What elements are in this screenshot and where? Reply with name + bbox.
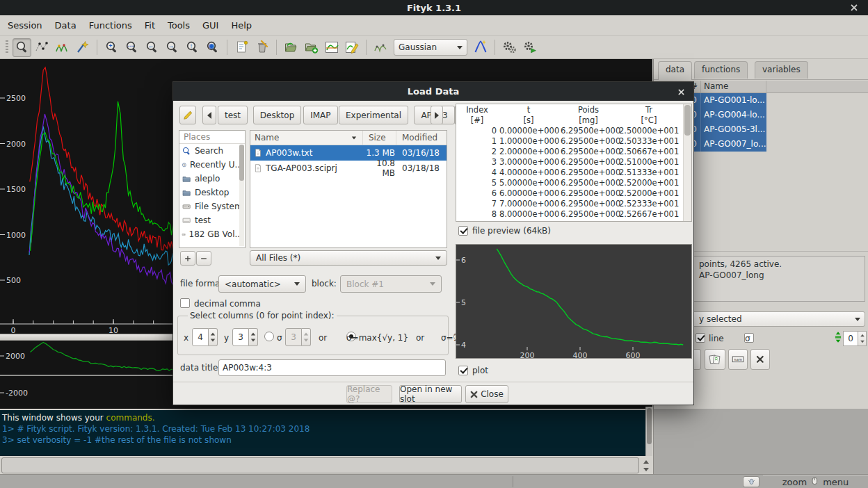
- zoom-next-button[interactable]: →: [163, 38, 182, 57]
- menu-item-session[interactable]: Session: [1, 17, 49, 33]
- path-button-test[interactable]: test: [218, 106, 248, 124]
- load-data-icon: [284, 40, 299, 55]
- remove-place-button[interactable]: [196, 251, 211, 266]
- line-checkbox[interactable]: [696, 333, 705, 343]
- spin-up-icon[interactable]: [211, 332, 215, 335]
- spin-down-icon[interactable]: [211, 339, 215, 342]
- place-file-system[interactable]: File System: [179, 200, 245, 213]
- statusbar-mouse-hints: zoom menu: [763, 475, 868, 488]
- command-input[interactable]: [1, 457, 639, 473]
- menu-item-help[interactable]: Help: [225, 17, 258, 33]
- zoom-mouse-button[interactable]: ◉: [203, 38, 222, 57]
- decimal-comma-checkbox[interactable]: [180, 298, 190, 308]
- preview-scrollbar[interactable]: [683, 104, 691, 221]
- path-button-desktop[interactable]: Desktop: [253, 106, 302, 124]
- column-size[interactable]: Size: [363, 131, 396, 145]
- command-output-console: This window shows your commands.1> # Fit…: [0, 410, 645, 456]
- type-filename-toggle-button[interactable]: [179, 106, 196, 124]
- tab-variables[interactable]: variables: [755, 61, 808, 79]
- add-function-mode-button[interactable]: [73, 38, 92, 57]
- data-editor-button[interactable]: [342, 38, 361, 57]
- session-log-button[interactable]: [232, 38, 251, 57]
- menu-item-gui[interactable]: GUI: [196, 17, 225, 33]
- places-scrollbar[interactable]: [239, 145, 244, 246]
- main-plot-xtick: 10: [108, 326, 118, 334]
- defined-functions-button[interactable]: [371, 38, 390, 57]
- load-data-button[interactable]: [282, 38, 300, 57]
- delete-dataset-button[interactable]: [750, 349, 770, 370]
- delete-dataset-icon: [754, 353, 766, 366]
- place-test[interactable]: test: [179, 213, 245, 227]
- edit-script-button[interactable]: [252, 38, 271, 57]
- path-button-experimental[interactable]: Experimental: [339, 106, 408, 124]
- column-name[interactable]: Name: [250, 131, 363, 145]
- file-format-combo[interactable]: <automatic>: [218, 275, 306, 293]
- plot-checkbox[interactable]: [458, 366, 468, 375]
- close-button[interactable]: Close: [465, 385, 508, 403]
- x-spin-arrows[interactable]: [209, 328, 218, 346]
- console-scrollbar[interactable]: [645, 407, 652, 456]
- open-in-new-slot-button[interactable]: Open in new slot: [399, 385, 462, 403]
- function-type-combo[interactable]: Gaussian: [394, 39, 467, 56]
- preview-cell: 4: [456, 167, 498, 177]
- fit-settings-button[interactable]: [520, 38, 539, 57]
- run-fit-button[interactable]: [500, 38, 519, 57]
- preview-scrollbar-thumb[interactable]: [684, 105, 691, 136]
- dataset-name-header[interactable]: Name: [701, 81, 766, 92]
- sigma-column-radio[interactable]: [264, 332, 274, 341]
- export-plot-button[interactable]: [322, 38, 341, 57]
- menu-item-functions[interactable]: Functions: [83, 17, 138, 33]
- rename-dataset-button[interactable]: nam: [728, 349, 748, 370]
- y-column-spinner[interactable]: 3: [232, 328, 258, 346]
- tab-data[interactable]: data: [658, 61, 692, 80]
- console-scrollbar-thumb[interactable]: [647, 408, 652, 444]
- place-label: 182 GB Vol...: [189, 229, 243, 239]
- data-title-input[interactable]: AP003w:4:3: [218, 359, 446, 376]
- file-row[interactable]: AP003w.txt1.3 MB03/16/18: [250, 145, 447, 161]
- path-forward-button[interactable]: [431, 106, 443, 124]
- menu-item-fit[interactable]: Fit: [138, 17, 161, 33]
- file-preview-checkbox[interactable]: [458, 226, 468, 236]
- copy-dataset-button[interactable]: [705, 349, 725, 370]
- place-search[interactable]: Search: [179, 144, 245, 158]
- x-column-spinner[interactable]: 4: [192, 328, 218, 346]
- spin-up-icon[interactable]: [860, 334, 865, 337]
- toolbar-grip[interactable]: [6, 40, 8, 54]
- place-desktop[interactable]: Desktop: [179, 186, 245, 200]
- menu-item-data[interactable]: Data: [49, 17, 83, 33]
- zoom-mode-button[interactable]: [13, 38, 31, 57]
- zoom-vertical-button[interactable]: ⋯: [122, 38, 141, 57]
- place-182-gb-vol-[interactable]: 182 GB Vol...: [179, 227, 245, 241]
- zoom-previous-button[interactable]: ←: [143, 38, 161, 57]
- path-button-imap[interactable]: IMAP: [303, 106, 337, 124]
- tab-functions[interactable]: functions: [694, 61, 748, 79]
- path-back-button[interactable]: [202, 106, 216, 124]
- mouse-hints-button[interactable]: [743, 476, 760, 487]
- command-history-spinner[interactable]: [641, 458, 651, 473]
- column-modified[interactable]: Modified: [396, 131, 447, 145]
- place-label: Desktop: [195, 188, 230, 197]
- append-data-button[interactable]: [302, 38, 321, 57]
- window-close-button[interactable]: [849, 2, 860, 13]
- place-recently-u-[interactable]: Recently U...: [179, 158, 245, 172]
- file-filter-combo[interactable]: All Files (*): [250, 250, 447, 266]
- data-range-mode-button[interactable]: [33, 38, 51, 57]
- spin-down-icon[interactable]: [251, 339, 255, 342]
- dialog-close-button[interactable]: [675, 86, 686, 97]
- history-down-icon[interactable]: [643, 468, 649, 471]
- spin-up-icon[interactable]: [251, 332, 255, 335]
- menu-item-tools[interactable]: Tools: [161, 17, 196, 33]
- point-size-spin-arrows[interactable]: [858, 331, 867, 346]
- zoom-all-button[interactable]: +: [102, 38, 121, 57]
- file-row[interactable]: TGA-AP003.sciprj10.8 MB03/18/18: [250, 161, 447, 176]
- point-size-spinner[interactable]: 0: [843, 331, 867, 346]
- y-spin-arrows[interactable]: [249, 328, 258, 346]
- zoom-top-button[interactable]: ↑: [183, 38, 202, 57]
- add-place-button[interactable]: [180, 251, 195, 266]
- add-peak-mode-button[interactable]: [53, 38, 72, 57]
- places-scrollbar-thumb[interactable]: [239, 145, 244, 181]
- spin-down-icon[interactable]: [860, 340, 865, 343]
- auto-add-peak-button[interactable]: [471, 38, 490, 57]
- place-aleplo[interactable]: aleplo: [179, 172, 245, 186]
- history-up-icon[interactable]: [643, 460, 649, 464]
